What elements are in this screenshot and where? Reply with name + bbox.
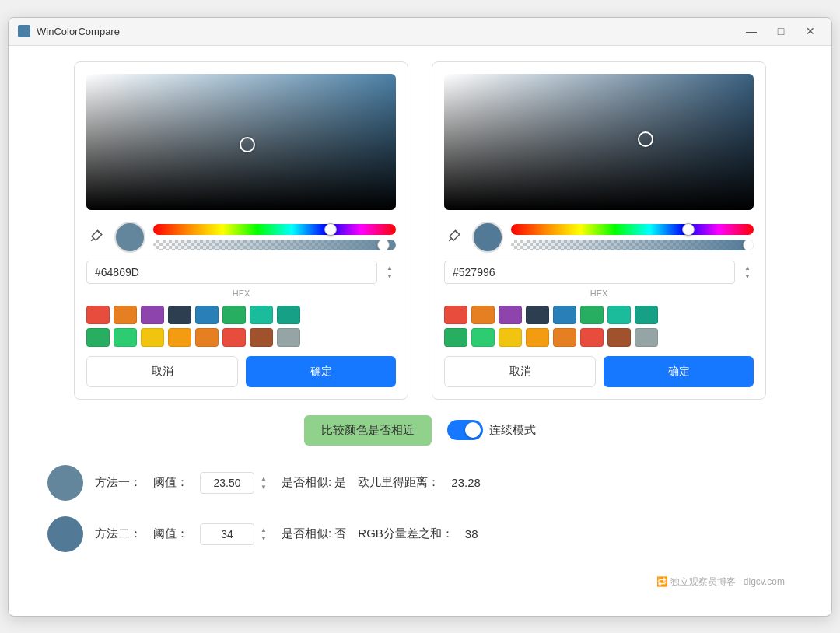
swatch[interactable]: [168, 306, 191, 324]
maximize-button[interactable]: □: [769, 22, 793, 40]
close-button[interactable]: ✕: [799, 22, 822, 40]
app-icon: [18, 25, 30, 37]
left-picker-circle[interactable]: [240, 137, 255, 152]
swatch[interactable]: [86, 328, 110, 347]
right-eyedropper-button[interactable]: [444, 226, 464, 248]
swatch[interactable]: [635, 328, 658, 347]
continuous-mode-toggle[interactable]: [447, 420, 483, 440]
right-controls-row: [444, 222, 754, 253]
continuous-mode-label: 连续模式: [489, 423, 536, 438]
method2-spin-up[interactable]: ▲: [257, 526, 270, 533]
swatch[interactable]: [222, 328, 246, 347]
left-hex-input-row: ▲ ▼: [86, 261, 396, 284]
left-buttons-row: 取消 确定: [86, 356, 396, 387]
swatch[interactable]: [444, 328, 467, 347]
left-hue-slider[interactable]: [153, 224, 396, 235]
left-spin-up[interactable]: ▲: [383, 264, 396, 271]
swatch[interactable]: [250, 306, 273, 324]
right-confirm-button[interactable]: 确定: [604, 356, 754, 387]
swatch[interactable]: [86, 306, 110, 324]
swatch[interactable]: [607, 306, 631, 324]
watermark: 🔁 独立观察员博客 dlgcv.com: [32, 568, 808, 593]
method1-distance-label: 欧几里得距离：: [358, 475, 439, 490]
swatch[interactable]: [141, 306, 164, 324]
swatch[interactable]: [553, 328, 576, 347]
swatch[interactable]: [580, 306, 604, 324]
right-hue-slider[interactable]: [511, 224, 754, 235]
minimize-button[interactable]: —: [740, 22, 763, 40]
window-title: WinColorCompare: [37, 26, 740, 37]
right-hue-thumb[interactable]: [682, 223, 695, 236]
right-spin-down[interactable]: ▼: [741, 272, 754, 280]
left-sliders: [153, 224, 396, 250]
swatch[interactable]: [471, 328, 495, 347]
swatch[interactable]: [114, 328, 137, 347]
swatch[interactable]: [277, 306, 300, 324]
right-sliders: [511, 224, 754, 250]
method1-spin-up[interactable]: ▲: [257, 474, 270, 482]
left-spin-down[interactable]: ▼: [383, 272, 396, 280]
swatch[interactable]: [635, 306, 658, 324]
swatch[interactable]: [250, 328, 273, 347]
method1-threshold-input[interactable]: 23.50: [200, 472, 254, 494]
left-hex-input[interactable]: [86, 261, 377, 284]
right-picker-circle[interactable]: [638, 131, 653, 147]
right-hex-input[interactable]: [444, 261, 735, 284]
swatch[interactable]: [471, 306, 495, 324]
swatch[interactable]: [580, 328, 604, 347]
method1-similar-text: 是否相似: 是: [282, 475, 346, 490]
left-swatches: [86, 306, 396, 347]
color-pickers-row: ▲ ▼ HEX: [32, 61, 808, 400]
method1-distance-value: 23.28: [451, 476, 481, 489]
left-hue-thumb[interactable]: [324, 223, 337, 236]
app-window: WinColorCompare — □ ✕: [8, 17, 832, 617]
method2-label: 方法二：: [95, 526, 142, 541]
swatch[interactable]: [168, 328, 191, 347]
right-hex-label: HEX: [444, 289, 754, 298]
right-alpha-slider[interactable]: [511, 240, 754, 250]
swatch[interactable]: [499, 306, 522, 324]
method2-threshold-input[interactable]: 34: [200, 523, 254, 545]
right-spin-up[interactable]: ▲: [741, 264, 754, 271]
swatch[interactable]: [222, 306, 246, 324]
left-color-preview: [114, 222, 145, 253]
left-cancel-button[interactable]: 取消: [86, 356, 238, 387]
method2-rgb-value: 38: [465, 527, 478, 540]
swatch[interactable]: [141, 328, 164, 347]
swatch[interactable]: [526, 328, 549, 347]
result-rows: 方法一： 阈值： 23.50 ▲ ▼ 是否相似: 是 欧几里得距离： 23.28: [32, 465, 808, 552]
swatch[interactable]: [195, 306, 219, 324]
toggle-knob: [465, 422, 481, 438]
right-cancel-button[interactable]: 取消: [444, 356, 596, 387]
left-swatch-row-1: [86, 306, 396, 324]
swatch[interactable]: [444, 306, 467, 324]
method1-spin-down[interactable]: ▼: [257, 483, 270, 491]
right-buttons-row: 取消 确定: [444, 356, 754, 387]
swatch[interactable]: [526, 306, 549, 324]
left-eyedropper-button[interactable]: [86, 226, 107, 248]
method2-spinbox: ▲ ▼: [257, 526, 270, 542]
watermark-text: 🔁 独立观察员博客: [656, 576, 736, 587]
method2-spin-down[interactable]: ▼: [257, 534, 270, 542]
swatch[interactable]: [114, 306, 137, 324]
method1-threshold-label: 阈值：: [153, 475, 188, 490]
swatch[interactable]: [553, 306, 576, 324]
left-alpha-thumb[interactable]: [377, 240, 390, 250]
method2-similar-text: 是否相似: 否: [282, 526, 346, 541]
swatch[interactable]: [277, 328, 300, 347]
left-color-picker: ▲ ▼ HEX: [74, 61, 408, 400]
swatch[interactable]: [195, 328, 219, 347]
left-spinbox-arrows: ▲ ▼: [383, 264, 396, 280]
titlebar: WinColorCompare — □ ✕: [9, 18, 831, 46]
left-gradient-canvas[interactable]: [86, 74, 396, 210]
swatch[interactable]: [499, 328, 522, 347]
compare-button[interactable]: 比较颜色是否相近: [304, 415, 432, 446]
right-alpha-thumb[interactable]: [743, 240, 754, 250]
right-gradient-canvas[interactable]: [444, 74, 754, 210]
compare-controls: 比较颜色是否相近 连续模式: [32, 415, 808, 446]
left-alpha-slider[interactable]: [153, 240, 396, 250]
right-hex-input-row: ▲ ▼: [444, 261, 754, 284]
swatch[interactable]: [607, 328, 631, 347]
left-confirm-button[interactable]: 确定: [246, 356, 396, 387]
main-content: ▲ ▼ HEX: [9, 46, 831, 616]
